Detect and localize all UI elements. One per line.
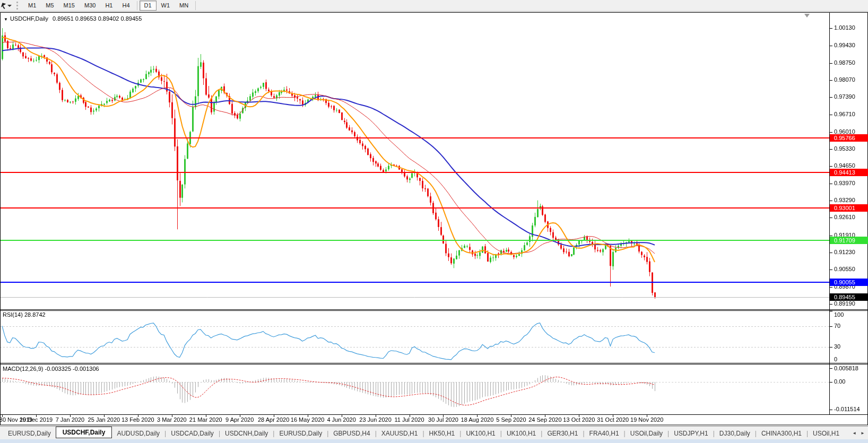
toolbar-separator [137,1,137,10]
chart-tab-usdcad-daily[interactable]: USDCAD,Daily [166,428,219,439]
chart-tabs: EURUSD,DailyUSDCHF,DailyAUDUSD,Daily|USD… [0,427,849,440]
chart-tab-ger30-h1[interactable]: GER30,H1 [542,428,583,439]
chart-tab-audusd-daily[interactable]: AUDUSD,Daily [112,428,164,439]
date-axis-label: 23 Jun 2020 [359,416,392,423]
macd-axis-label: 0.005818 [834,365,858,371]
timeframe-button-M5[interactable]: M5 [41,1,58,11]
price-level-label: 0.95766 [830,134,868,142]
macd-indicator-label: MACD(12,26,9) -0.003325 -0.001306 [3,366,99,372]
price-axis-tick-label: 0.99430 [834,42,855,48]
chart-tab-usdjpy-h1[interactable]: USDJPY,H1 [669,428,713,439]
price-axis-tick-label: 0.96710 [834,111,855,117]
timeframe-button-W1[interactable]: W1 [157,1,175,11]
timeframe-buttons: M1M5M15M30H1H4D1W1MN [23,1,198,11]
price-level-label: 0.94413 [830,169,868,176]
date-axis-label: 13 Oct 2020 [563,416,595,423]
date-axis-label: 28 Apr 2020 [258,416,289,423]
toolbar-separator [195,1,196,10]
price-axis[interactable] [830,12,868,414]
price-axis-tick-label: 0.97390 [834,93,855,100]
chart-title: ▼USDCHF,Daily0.89651 0.89653 0.89402 0.8… [4,15,142,22]
timeframe-button-H1[interactable]: H1 [100,1,117,11]
date-axis-label: 19 Dec 2019 [20,416,53,423]
rsi-indicator-label: RSI(14) 28.8742 [3,311,46,318]
price-axis-tick-label: 1.00130 [834,24,855,31]
chart-tab-dj30-daily[interactable]: DJ30,Daily [715,428,755,439]
chart-ohlc-values: 0.89651 0.89653 0.89402 0.89455 [53,15,142,22]
price-axis-tick-label: 0.90550 [834,266,855,272]
timeframe-button-D1[interactable]: D1 [140,1,157,11]
date-axis-label: 9 Apr 2020 [225,416,254,423]
chart-tab-usdcnh-daily[interactable]: USDCNH,Daily [220,428,273,439]
price-axis-tick-label: 0.98750 [834,59,855,66]
timeframe-button-M30[interactable]: M30 [80,1,100,11]
bottom-strip [0,439,868,443]
chart-tab-usdchf-daily[interactable]: USDCHF,Daily [56,427,112,438]
macd-axis-label: 0.00 [834,378,845,385]
chart-tab-hk50-h1[interactable]: HK50,H1 [424,428,460,439]
rsi-axis-label: 0 [834,356,837,362]
date-axis-label: 13 Feb 2020 [121,416,154,423]
price-axis-tick-label: 0.95330 [834,145,855,152]
timeframe-button-M1[interactable]: M1 [23,1,41,11]
price-level-label: 0.93001 [830,204,868,212]
date-axis-label: 25 Jan 2020 [88,416,120,423]
current-price-label: 0.89455 [830,293,868,301]
date-axis-label: 30 Jul 2020 [428,416,458,423]
date-axis-label: 11 Jul 2020 [394,416,424,423]
tab-scroll-left-icon[interactable]: ◄ [852,431,856,436]
chart-tab-gbpusd-h4[interactable]: GBPUSD,H4 [328,428,375,439]
chart-tab-eurusd-daily[interactable]: EURUSD,Daily [274,428,327,439]
tab-scroll-arrows: ◄ ► [849,431,868,436]
chart-tab-xauusd-h1[interactable]: XAUUSD,H1 [377,428,423,439]
date-axis-label: 19 Nov 2020 [630,416,663,423]
date-axis-label: 24 Sep 2020 [528,416,561,423]
chart-tab-uk100-h1[interactable]: UK100,H1 [502,428,541,439]
chart-tab-bar: EURUSD,DailyUSDCHF,DailyAUDUSD,Daily|USD… [0,426,868,440]
date-axis-label: 18 Aug 2020 [461,416,494,423]
date-axis-label: 4 Jun 2020 [327,416,355,423]
price-axis-tick-label: 0.91230 [834,249,855,255]
date-axis-label: 21 Mar 2020 [189,416,222,423]
toolbar-grip-handle[interactable] [16,2,20,10]
chevron-down-icon[interactable] [7,5,12,7]
timeframe-toolbar: M1M5M15M30H1H4D1W1MN [0,0,868,12]
chart-tab-fra40-h1[interactable]: FRA40,H1 [585,428,624,439]
rsi-axis-label: 100 [834,311,844,318]
date-axis-label: 31 Oct 2020 [597,416,629,423]
price-level-label: 0.91709 [830,237,868,244]
tab-scroll-right-icon[interactable]: ► [861,431,865,436]
timeframe-button-MN[interactable]: MN [175,1,193,11]
timeframe-button-M15[interactable]: M15 [59,1,80,11]
price-level-label: 0.90055 [830,279,868,286]
rsi-axis-label: 30 [834,343,840,350]
date-axis-label: 5 Sep 2020 [496,416,526,423]
chart-tab-china300-h1[interactable]: CHINA300,H1 [757,428,806,439]
chart-tab-usoil-h1[interactable]: USOil,H1 [808,428,844,439]
cursor-tool-button[interactable] [0,0,15,11]
symbol-collapse-icon[interactable]: ▼ [4,17,8,22]
rsi-axis-label: 70 [834,323,840,329]
timeframe-button-H4[interactable]: H4 [117,1,134,11]
chart-symbol-label: USDCHF,Daily [10,15,48,22]
chart-tab-eurusd-daily[interactable]: EURUSD,Daily [3,428,56,439]
price-axis-tick-label: 0.93290 [834,197,855,203]
date-axis-label: 16 May 2020 [291,416,325,423]
price-axis-tick-label: 0.94650 [834,162,855,169]
price-axis-tick-label: 0.92610 [834,214,855,220]
macd-axis-label: -0.011514 [834,406,860,412]
chart-tab-usoil-daily[interactable]: USOil,Daily [626,428,667,439]
chart-tab-uk100-h1[interactable]: UK100,H1 [461,428,500,439]
price-axis-tick-label: 0.98070 [834,76,855,83]
price-axis-tick-label: 0.96010 [834,128,855,135]
date-axis-label: 3 Mar 2020 [157,416,187,423]
date-axis-label: 7 Jan 2020 [56,416,84,423]
price-axis-tick-label: 0.93970 [834,180,855,186]
chart-canvas[interactable] [0,0,868,443]
price-axis-tick-label: 0.89190 [834,300,855,307]
